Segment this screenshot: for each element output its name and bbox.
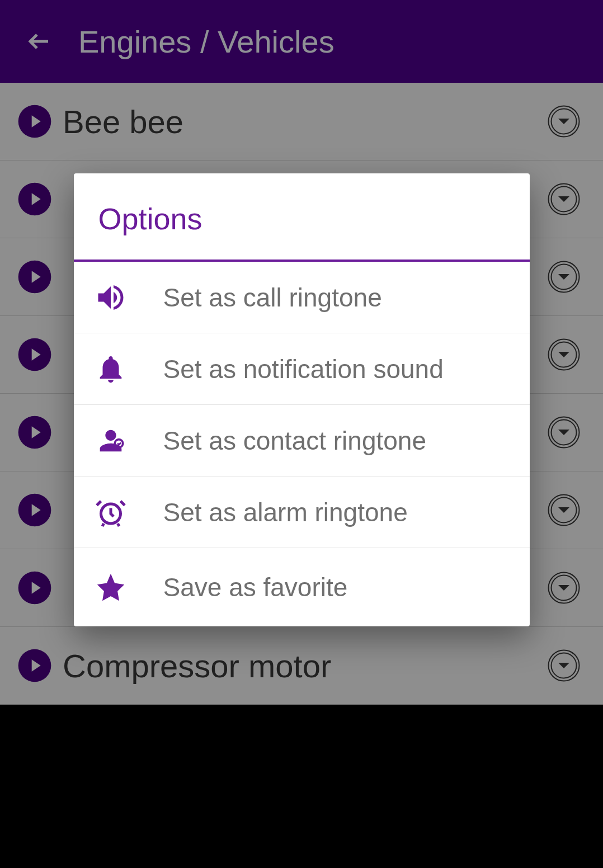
back-button[interactable] <box>17 19 62 64</box>
page-title: Engines / Vehicles <box>78 23 335 60</box>
option-label: Save as favorite <box>163 572 348 602</box>
option-call-ringtone[interactable]: Set as call ringtone <box>74 262 530 333</box>
dialog-title-row: Options <box>74 173 530 262</box>
person-icon <box>94 424 128 457</box>
star-icon <box>94 570 128 604</box>
option-notification-sound[interactable]: Set as notification sound <box>74 333 530 405</box>
modal-overlay[interactable]: Options Set as call ringtone Set as noti… <box>0 83 603 868</box>
option-label: Set as contact ringtone <box>163 426 427 456</box>
option-label: Set as call ringtone <box>163 282 382 313</box>
bell-icon <box>94 352 128 386</box>
option-label: Set as alarm ringtone <box>163 497 408 527</box>
volume-icon <box>94 281 128 314</box>
options-dialog: Options Set as call ringtone Set as noti… <box>74 173 530 626</box>
option-alarm-ringtone[interactable]: Set as alarm ringtone <box>74 477 530 548</box>
dialog-title: Options <box>98 201 505 236</box>
alarm-icon <box>94 496 128 529</box>
options-list: Set as call ringtone Set as notification… <box>74 262 530 626</box>
option-label: Set as notification sound <box>163 354 444 384</box>
option-save-favorite[interactable]: Save as favorite <box>74 548 530 626</box>
header: Engines / Vehicles <box>0 0 603 83</box>
option-contact-ringtone[interactable]: Set as contact ringtone <box>74 405 530 477</box>
arrow-left-icon <box>26 28 53 55</box>
